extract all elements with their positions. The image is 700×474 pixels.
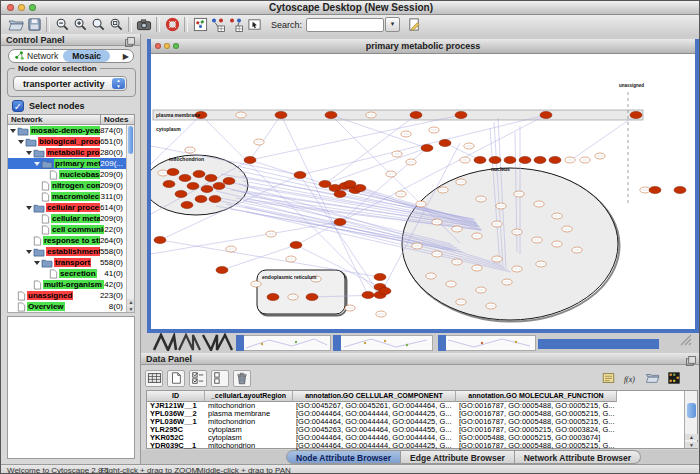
zoom-sel-icon[interactable] xyxy=(89,16,107,34)
resize-grip-icon[interactable] xyxy=(679,333,693,347)
tree-row[interactable]: cellular process614(0) xyxy=(8,202,134,213)
network-canvas[interactable]: plasma membranecytoplasmmitochondrionnuc… xyxy=(151,54,695,325)
tree-row[interactable]: cell communicat22(0) xyxy=(8,224,134,235)
table-row[interactable]: YLR295Ccytoplasm[GO:0045263, GO:0044464,… xyxy=(147,426,697,434)
tree-row[interactable]: nitrogen compo209(0) xyxy=(8,180,134,191)
viz-b-icon[interactable] xyxy=(227,16,245,34)
expand-triangle-icon[interactable] xyxy=(18,140,24,147)
expand-triangle-icon[interactable] xyxy=(34,162,40,169)
table-row[interactable]: YPL036W__2plasma membrane[GO:0044464, GO… xyxy=(147,410,697,418)
tree-row[interactable]: establishment of lo558(0) xyxy=(8,246,134,257)
tree-row[interactable]: Overview8(0) xyxy=(8,301,134,312)
maximize-icon[interactable] xyxy=(29,4,36,11)
folder-sm-icon[interactable] xyxy=(643,370,661,387)
table-column-header[interactable]: annotation.GO MOLECULAR_FUNCTION xyxy=(456,391,617,402)
table-row[interactable]: YKR052Ccytoplasm[GO:0044464, GO:0044446,… xyxy=(147,434,697,442)
search-input[interactable] xyxy=(306,18,384,32)
birdseye-view[interactable] xyxy=(7,316,135,459)
node-color-select[interactable]: transporter activity ▲▼ xyxy=(13,76,127,91)
zoom-fit-icon[interactable] xyxy=(107,16,125,34)
tree-row[interactable]: transport558(0) xyxy=(8,257,134,268)
minimize-icon[interactable] xyxy=(164,43,170,49)
tree-row[interactable]: unassigned223(0) xyxy=(8,290,134,301)
tree-label: response to stimulu xyxy=(43,236,100,245)
table-scrollbar[interactable]: ▲ ▼ xyxy=(684,391,697,448)
tree-row[interactable]: metabolic process280(0) xyxy=(8,147,134,158)
table-row[interactable]: YJR121W__1mitochondrion[GO:0045267, GO:0… xyxy=(147,402,697,410)
tree-row[interactable]: macromolecule311(0) xyxy=(8,191,134,202)
expand-triangle-icon[interactable] xyxy=(34,261,40,268)
tree-scrollbar[interactable]: ▲ ▼ xyxy=(126,125,134,312)
note-icon[interactable] xyxy=(599,370,617,387)
table-cell: [GO:0016787, GO:0005488, GO:0005215, G..… xyxy=(456,402,617,410)
select-box-icon[interactable] xyxy=(245,16,263,34)
viz-a-icon[interactable] xyxy=(209,16,227,34)
status-pan-hint: Middle-click + drag to PAN xyxy=(197,466,291,474)
tab-network-attribute-browser[interactable]: Network Attribute Browser xyxy=(515,450,641,464)
close-icon[interactable] xyxy=(7,4,14,11)
table-column-header[interactable]: _cellularLayoutRegion xyxy=(205,391,293,402)
expand-triangle-icon[interactable] xyxy=(26,250,32,257)
tab-node-attribute-browser[interactable]: Node Attribute Browser xyxy=(286,450,401,464)
expand-triangle-icon[interactable] xyxy=(26,151,32,158)
squares-icon[interactable] xyxy=(211,370,229,387)
tab-edge-attribute-browser[interactable]: Edge Attribute Browser xyxy=(401,450,515,464)
table-column-header[interactable]: ID xyxy=(147,391,205,402)
table-cell: YLR295C xyxy=(147,426,205,434)
table-row[interactable]: YPL036W__1mitochondrion[GO:0044464, GO:0… xyxy=(147,418,697,426)
tab-overflow-icon[interactable]: ▶ xyxy=(123,52,133,61)
edit-page-icon[interactable] xyxy=(405,16,423,34)
camera-icon[interactable] xyxy=(135,16,153,34)
expand-triangle-icon[interactable] xyxy=(26,206,32,213)
tree-row[interactable]: biological_process651(0) xyxy=(8,136,134,147)
network-tab-icon xyxy=(14,50,25,63)
open-folder-icon[interactable] xyxy=(7,16,25,34)
tree-label: cellular process xyxy=(46,203,100,212)
tree-row[interactable]: primary metabo209(... xyxy=(8,158,134,169)
tree-label: Overview xyxy=(27,302,65,311)
maximize-icon[interactable] xyxy=(173,43,179,49)
file-icon xyxy=(41,225,50,235)
tree-row[interactable]: multi-organism pro42(0) xyxy=(8,279,134,290)
fx-icon[interactable]: f(x) xyxy=(621,370,639,387)
expand-triangle-icon[interactable] xyxy=(10,129,16,136)
zoom-out-icon[interactable] xyxy=(53,16,71,34)
table-column-header[interactable]: annotation.GO CELLULAR_COMPONENT xyxy=(293,391,456,402)
background-window-fragment[interactable] xyxy=(333,335,433,351)
background-window-edge[interactable] xyxy=(538,339,659,349)
tree-col-nodes[interactable]: Nodes xyxy=(101,114,135,125)
tree-col-network[interactable]: Network xyxy=(7,114,101,125)
tree-row[interactable]: response to stimulu264(0) xyxy=(8,235,134,246)
net-box-icon[interactable] xyxy=(191,16,209,34)
checks-icon[interactable] xyxy=(189,370,207,387)
select-nodes-checkbox[interactable]: ✓ xyxy=(12,100,24,112)
tab-network[interactable]: Network xyxy=(9,50,63,63)
page-icon[interactable] xyxy=(167,370,185,387)
select-nodes-row: ✓ Select nodes xyxy=(12,100,85,112)
toolbar-separator xyxy=(46,17,50,32)
close-icon[interactable] xyxy=(155,43,161,49)
table-cell: [GO:0044464, GO:0044444, GO:0044425, G..… xyxy=(293,410,456,418)
grid-icon[interactable] xyxy=(145,370,163,387)
network-view-window[interactable]: primary metabolic process plasma membran… xyxy=(147,39,699,333)
float-panel-icon[interactable] xyxy=(685,355,697,370)
search-dropdown-icon[interactable]: ▾ xyxy=(385,17,400,32)
file-icon xyxy=(33,280,42,290)
network-window-titlebar[interactable]: primary metabolic process xyxy=(151,39,695,54)
tree-row[interactable]: nucleobase-c209(0) xyxy=(8,169,134,180)
tree-row[interactable]: mosaic-demo-yeast874(0) xyxy=(8,125,134,136)
tree-row[interactable]: cellular metabo209(0) xyxy=(8,213,134,224)
save-icon[interactable] xyxy=(25,16,43,34)
minimize-icon[interactable] xyxy=(18,4,25,11)
trash-icon[interactable] xyxy=(233,370,251,387)
table-cell: cytoplasm xyxy=(205,434,293,442)
help-ring-icon[interactable] xyxy=(163,16,181,34)
table-row[interactable]: YDR039C__1mitochondrion[GO:0044464, GO:0… xyxy=(147,442,697,450)
tab-mosaic[interactable]: Mosaic xyxy=(63,50,110,62)
background-window-fragment[interactable] xyxy=(438,335,536,351)
matrix-icon[interactable] xyxy=(665,370,683,387)
background-window-fragment[interactable] xyxy=(236,335,331,351)
tree-row[interactable]: secretion41(0) xyxy=(8,268,134,279)
zoom-in-icon[interactable] xyxy=(71,16,89,34)
table-cell: mitochondrion xyxy=(205,442,293,450)
